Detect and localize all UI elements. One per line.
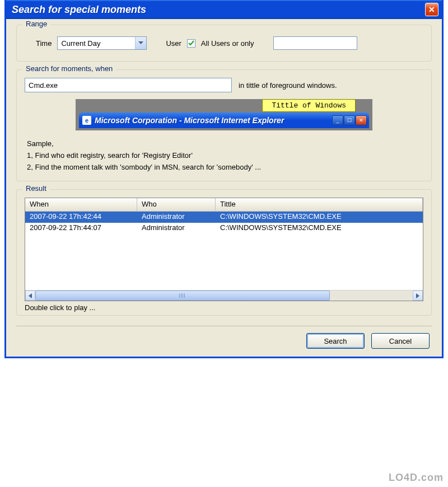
time-combo-value: Current Day [58,39,135,48]
search-button[interactable]: Search [306,333,365,349]
result-fieldset: Result When Who Tittle 2007-09-22 17h:42… [16,189,432,316]
separator [16,326,432,326]
scrollbar-track[interactable] [35,291,413,301]
window-title: Search for special moments [12,4,425,16]
tooltip: Tittle of Windows [262,99,356,112]
close-icon: ✕ [428,5,435,14]
ie-window-buttons: _ ☐ ✕ [332,115,367,125]
all-users-checkbox[interactable] [187,39,195,48]
maximize-icon: ☐ [344,115,355,125]
range-legend: Range [22,20,50,28]
user-label: User [166,39,181,48]
sample-line-1: 1, Find who edit registry, search for 'R… [27,150,423,162]
chevron-right-icon [416,293,419,298]
search-input[interactable] [25,78,232,92]
dialog-body: Range Time Current Day User All Users or… [6,19,442,357]
titlebar: Search for special moments ✕ [6,0,442,19]
table-row[interactable]: 2007-09-22 17h:42:44AdministratorC:\WIND… [25,212,423,223]
cell-when: 2007-09-22 17h:42:44 [25,212,137,223]
result-hint: Double click to play ... [25,303,423,312]
dialog-window: Search for special moments ✕ Range Time … [4,0,444,358]
ie-close-icon: ✕ [356,115,367,125]
ie-titlebar: e Microsoft Corporation - Microsoft Inte… [79,113,369,128]
sample-heading: Sample, [27,138,423,150]
result-legend: Result [22,184,50,193]
time-combo[interactable]: Current Day [57,36,147,50]
search-row: in tittle of foreground windows. [25,78,423,92]
col-title[interactable]: Tittle [216,198,423,211]
time-label: Time [36,39,52,48]
chevron-down-icon [135,37,146,49]
illustration: Tittle of Windows e Microsoft Corporatio… [76,99,372,130]
cell-title: C:\WINDOWS\SYSTEM32\CMD.EXE [216,212,423,223]
ie-icon: e [82,116,91,125]
scroll-right-button[interactable] [413,291,423,301]
cancel-button[interactable]: Cancel [371,333,430,349]
scrollbar-thumb[interactable] [35,291,330,301]
search-fieldset: Search for moments, when in tittle of fo… [16,69,432,181]
search-suffix: in tittle of foreground windows. [239,81,337,90]
watermark: LO4D.com [389,472,444,484]
all-users-label: All Users or only [201,39,254,48]
scrollbar-grip-icon [179,293,186,298]
close-button[interactable]: ✕ [425,3,438,16]
chevron-left-icon [29,293,32,298]
col-when[interactable]: When [25,198,137,211]
cell-who: Administrator [137,223,216,234]
sample-text: Sample, 1, Find who edit registry, searc… [25,138,423,173]
minimize-icon: _ [332,115,343,125]
cell-when: 2007-09-22 17h:44:07 [25,223,137,234]
user-filter-input[interactable] [273,36,357,50]
button-row: Search Cancel [16,333,432,349]
table-row[interactable]: 2007-09-22 17h:44:07AdministratorC:\WIND… [25,223,423,234]
scroll-left-button[interactable] [25,291,35,301]
cell-who: Administrator [137,212,216,223]
sample-line-2: 2, Find the moment talk with 'sombody' i… [27,162,423,174]
ie-window-title: Microsoft Corporation - Microsoft Intern… [95,116,332,125]
range-row: Time Current Day User All Users or only [25,33,423,53]
result-listview[interactable]: When Who Tittle 2007-09-22 17h:42:44Admi… [25,198,423,301]
search-legend: Search for moments, when [22,64,116,73]
check-icon [188,40,194,46]
horizontal-scrollbar[interactable] [25,290,423,301]
listview-body: 2007-09-22 17h:42:44AdministratorC:\WIND… [25,212,423,234]
listview-header: When Who Tittle [25,198,423,212]
col-who[interactable]: Who [137,198,216,211]
range-fieldset: Range Time Current Day User All Users or… [16,25,432,62]
illustration-frame: Tittle of Windows e Microsoft Corporatio… [76,99,372,130]
cell-title: C:\WINDOWS\SYSTEM32\CMD.EXE [216,223,423,234]
